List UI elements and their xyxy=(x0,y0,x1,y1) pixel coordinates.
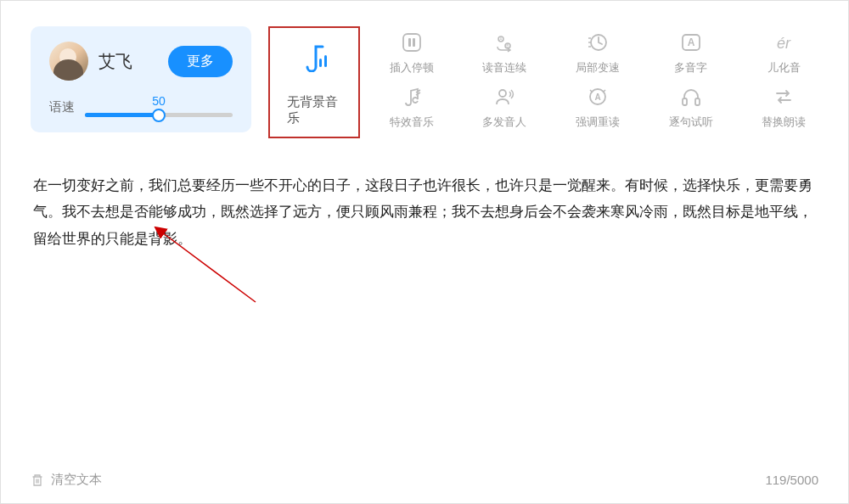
music-note-icon xyxy=(301,43,328,72)
tool-polyphone[interactable]: A 多音字 xyxy=(656,31,726,76)
tool-insert-pause[interactable]: 插入停顿 xyxy=(377,31,447,76)
multi-voice-icon xyxy=(493,86,515,108)
char-counter: 119/5000 xyxy=(765,473,818,487)
tool-erhua[interactable]: ér 儿化音 xyxy=(749,31,818,76)
svg-rect-17 xyxy=(695,98,700,105)
tool-continuous[interactable]: AB 读音连续 xyxy=(470,31,540,76)
svg-text:ér: ér xyxy=(777,35,791,52)
tool-label: 插入停顿 xyxy=(390,60,434,76)
pause-icon xyxy=(401,31,423,53)
slider-thumb[interactable] xyxy=(152,109,166,122)
tool-effect-music[interactable]: 特效音乐 xyxy=(377,86,447,130)
clear-label: 清空文本 xyxy=(51,472,102,488)
more-button[interactable]: 更多 xyxy=(168,46,233,77)
bgm-button[interactable]: 无背景音乐 xyxy=(268,26,360,138)
svg-rect-4 xyxy=(413,38,415,47)
clear-text-button[interactable]: 清空文本 xyxy=(31,472,102,488)
speed-value: 50 xyxy=(152,94,166,108)
svg-rect-1 xyxy=(324,55,327,67)
voice-name: 艾飞 xyxy=(98,50,132,73)
svg-rect-16 xyxy=(683,98,687,105)
tool-replace-read[interactable]: 替换朗读 xyxy=(749,86,818,130)
voice-card: 艾飞 更多 语速 50 xyxy=(31,26,251,132)
svg-rect-3 xyxy=(408,38,411,47)
emphasis-icon: A xyxy=(587,86,609,108)
svg-text:A: A xyxy=(687,36,694,48)
tool-label: 局部变速 xyxy=(576,60,620,76)
svg-rect-2 xyxy=(403,34,420,51)
polyphone-icon: A xyxy=(680,31,702,53)
tool-label: 多发音人 xyxy=(482,115,526,130)
speed-icon xyxy=(587,31,609,53)
tool-label: 特效音乐 xyxy=(390,115,434,130)
svg-text:A: A xyxy=(594,92,600,102)
voice-avatar[interactable] xyxy=(49,42,88,81)
tool-label: 替换朗读 xyxy=(762,115,806,130)
tool-multi-voice[interactable]: 多发音人 xyxy=(470,86,540,130)
tool-label: 逐句试听 xyxy=(669,115,713,130)
tools-grid: 插入停顿 AB 读音连续 局部变速 A 多音字 ér 儿化音 xyxy=(377,26,818,130)
tool-emphasis[interactable]: A 强调重读 xyxy=(563,86,633,130)
svg-point-13 xyxy=(499,90,506,97)
tool-local-speed[interactable]: 局部变速 xyxy=(563,31,633,76)
bgm-label: 无背景音乐 xyxy=(287,94,341,126)
tool-label: 读音连续 xyxy=(482,60,526,76)
tool-sentence-preview[interactable]: 逐句试听 xyxy=(656,86,726,130)
tool-label: 儿化音 xyxy=(767,60,801,76)
speed-slider[interactable]: 50 xyxy=(85,98,233,117)
headphones-icon xyxy=(680,86,702,108)
text-content[interactable]: 在一切变好之前，我们总要经历一些不开心的日子，这段日子也许很长，也许只是一觉醒来… xyxy=(1,147,848,277)
trash-icon xyxy=(31,473,44,487)
effect-music-icon xyxy=(401,86,423,108)
erhua-icon: ér xyxy=(773,31,795,53)
svg-rect-0 xyxy=(319,59,322,67)
tool-label: 多音字 xyxy=(674,60,707,76)
continuous-icon: AB xyxy=(493,31,515,53)
tool-label: 强调重读 xyxy=(576,115,620,130)
replace-icon xyxy=(773,86,795,108)
speed-label: 语速 xyxy=(49,99,75,115)
